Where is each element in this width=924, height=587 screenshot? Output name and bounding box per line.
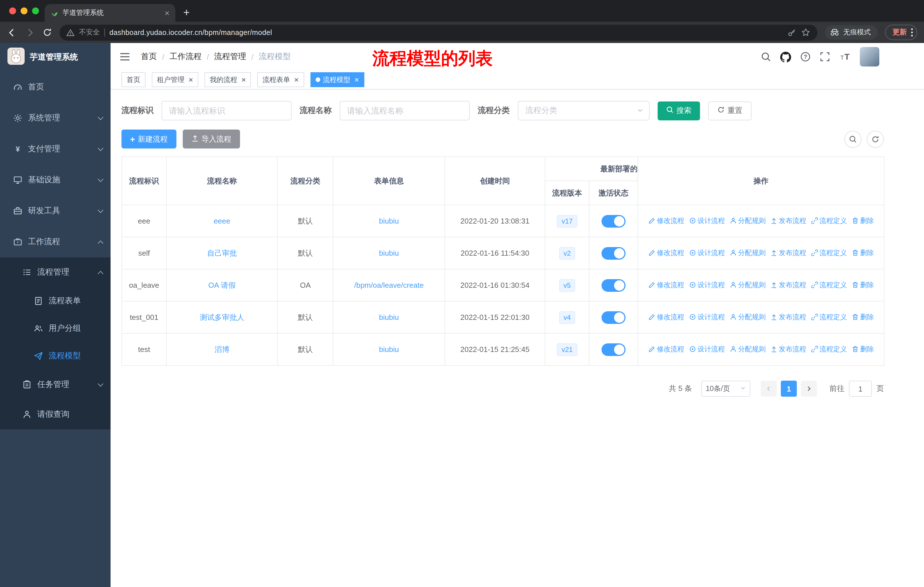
close-tag-icon[interactable]: × xyxy=(188,76,193,84)
action-definition[interactable]: 流程定义 xyxy=(811,216,847,226)
tab-close-icon[interactable]: × xyxy=(164,8,170,17)
sidebar-item-process-model[interactable]: 流程模型 xyxy=(0,342,111,370)
action-definition[interactable]: 流程定义 xyxy=(811,313,847,322)
sidebar-item-system-management[interactable]: 系统管理 xyxy=(0,103,111,134)
new-tab-button[interactable]: + xyxy=(183,7,190,18)
forward-icon[interactable] xyxy=(25,27,35,38)
back-icon[interactable] xyxy=(7,27,17,38)
action-publish[interactable]: 发布流程 xyxy=(770,280,806,290)
action-delete[interactable]: 删除 xyxy=(851,344,874,354)
active-status-toggle[interactable] xyxy=(602,215,625,227)
page-size-select[interactable]: 10条/页 xyxy=(701,380,751,397)
action-definition[interactable]: 流程定义 xyxy=(811,248,847,258)
sidebar-item-process-form[interactable]: 流程表单 xyxy=(0,287,111,315)
breadcrumb-home[interactable]: 首页 xyxy=(141,51,157,62)
action-assign-rule[interactable]: 分配规则 xyxy=(729,216,766,226)
search-icon[interactable] xyxy=(761,51,771,62)
process-name-link[interactable]: eeee xyxy=(214,217,230,225)
address-bar[interactable]: 不安全 dashboard.yudao.iocoder.cn/bpm/manag… xyxy=(59,24,817,40)
toggle-search-button[interactable] xyxy=(844,131,861,147)
active-status-toggle[interactable] xyxy=(602,343,625,356)
breadcrumb-process-management[interactable]: 流程管理 xyxy=(214,51,246,62)
process-id-input[interactable] xyxy=(162,101,292,121)
action-design[interactable]: 设计流程 xyxy=(689,216,725,226)
form-info-link[interactable]: biubiu xyxy=(379,313,399,322)
security-label[interactable]: 不安全 xyxy=(79,28,100,37)
action-design[interactable]: 设计流程 xyxy=(689,248,725,258)
next-page-button[interactable] xyxy=(801,380,817,397)
process-name-input[interactable] xyxy=(340,101,470,121)
action-edit[interactable]: 修改流程 xyxy=(648,216,684,226)
form-info-link[interactable]: /bpm/oa/leave/create xyxy=(354,281,424,289)
close-tag-icon[interactable]: × xyxy=(294,76,299,84)
sidebar-item-process-management[interactable]: 流程管理 xyxy=(0,257,111,287)
action-design[interactable]: 设计流程 xyxy=(689,280,725,290)
action-edit[interactable]: 修改流程 xyxy=(648,248,684,258)
action-assign-rule[interactable]: 分配规则 xyxy=(729,344,766,354)
window-minimize-button[interactable] xyxy=(21,7,28,14)
process-name-link[interactable]: 测试多审批人 xyxy=(200,313,244,321)
help-icon[interactable]: ? xyxy=(800,51,810,62)
update-label[interactable]: 更新 xyxy=(893,28,907,37)
form-info-link[interactable]: biubiu xyxy=(379,249,399,257)
sidebar-item-infrastructure[interactable]: 基础设施 xyxy=(0,165,111,195)
action-design[interactable]: 设计流程 xyxy=(689,313,725,322)
process-name-link[interactable]: 滔博 xyxy=(214,345,229,354)
tag-item-2[interactable]: 我的流程× xyxy=(205,72,251,87)
action-definition[interactable]: 流程定义 xyxy=(811,344,847,354)
action-edit[interactable]: 修改流程 xyxy=(648,344,684,354)
sidebar-item-leave-query[interactable]: 请假查询 xyxy=(0,400,111,429)
sidebar-item-home[interactable]: 首页 xyxy=(0,72,111,103)
create-process-button[interactable]: + 新建流程 xyxy=(121,129,177,149)
breadcrumb-workflow[interactable]: 工作流程 xyxy=(170,51,201,62)
form-info-link[interactable]: biubiu xyxy=(379,345,399,354)
reset-button[interactable]: 重置 xyxy=(708,101,752,120)
action-publish[interactable]: 发布流程 xyxy=(770,248,806,258)
page-number-1[interactable]: 1 xyxy=(781,380,797,397)
sidebar-item-workflow[interactable]: 工作流程 xyxy=(0,227,111,257)
window-close-button[interactable] xyxy=(9,7,16,14)
action-delete[interactable]: 删除 xyxy=(851,248,874,258)
action-publish[interactable]: 发布流程 xyxy=(770,344,806,354)
form-info-link[interactable]: biubiu xyxy=(379,217,399,225)
process-name-link[interactable]: 自己审批 xyxy=(207,248,237,257)
user-avatar[interactable] xyxy=(860,47,879,66)
kebab-menu-icon[interactable] xyxy=(911,28,913,37)
process-name-link[interactable]: OA 请假 xyxy=(208,281,236,289)
password-key-icon[interactable] xyxy=(787,28,796,37)
sidebar-item-dev-tools[interactable]: 研发工具 xyxy=(0,195,111,227)
fullscreen-icon[interactable] xyxy=(820,51,830,62)
action-publish[interactable]: 发布流程 xyxy=(770,313,806,322)
tag-item-4-active[interactable]: 流程模型× xyxy=(310,72,364,87)
search-button[interactable]: 搜索 xyxy=(658,101,700,120)
tag-item-0[interactable]: 首页 xyxy=(121,72,145,87)
action-publish[interactable]: 发布流程 xyxy=(770,216,806,226)
active-status-toggle[interactable] xyxy=(602,247,625,260)
action-assign-rule[interactable]: 分配规则 xyxy=(729,280,766,290)
active-status-toggle[interactable] xyxy=(602,311,625,324)
bookmark-star-icon[interactable] xyxy=(801,28,810,37)
github-icon[interactable] xyxy=(780,51,791,62)
sidebar-item-user-group[interactable]: 用户分组 xyxy=(0,315,111,342)
close-tag-icon[interactable]: × xyxy=(354,76,359,84)
action-definition[interactable]: 流程定义 xyxy=(811,280,847,290)
sidebar-item-task-management[interactable]: 任务管理 xyxy=(0,370,111,400)
action-assign-rule[interactable]: 分配规则 xyxy=(729,313,766,322)
tag-item-1[interactable]: 租户管理× xyxy=(152,72,198,87)
import-process-button[interactable]: 导入流程 xyxy=(183,129,240,149)
browser-update-button[interactable]: 更新 xyxy=(885,25,917,40)
font-size-icon[interactable]: TT xyxy=(839,51,851,62)
goto-page-input[interactable] xyxy=(849,380,872,397)
sidebar-collapse-button[interactable] xyxy=(111,51,141,63)
refresh-button[interactable] xyxy=(867,131,884,147)
browser-tab[interactable]: 芋道管理系统 × xyxy=(45,4,175,22)
close-tag-icon[interactable]: × xyxy=(241,76,246,84)
action-edit[interactable]: 修改流程 xyxy=(648,280,684,290)
category-select[interactable]: 流程分类 xyxy=(518,101,650,121)
action-delete[interactable]: 删除 xyxy=(851,280,874,290)
tag-item-3[interactable]: 流程表单× xyxy=(257,72,304,87)
window-zoom-button[interactable] xyxy=(32,7,39,14)
action-delete[interactable]: 删除 xyxy=(851,216,874,226)
action-assign-rule[interactable]: 分配规则 xyxy=(729,248,766,258)
reload-icon[interactable] xyxy=(42,28,52,37)
